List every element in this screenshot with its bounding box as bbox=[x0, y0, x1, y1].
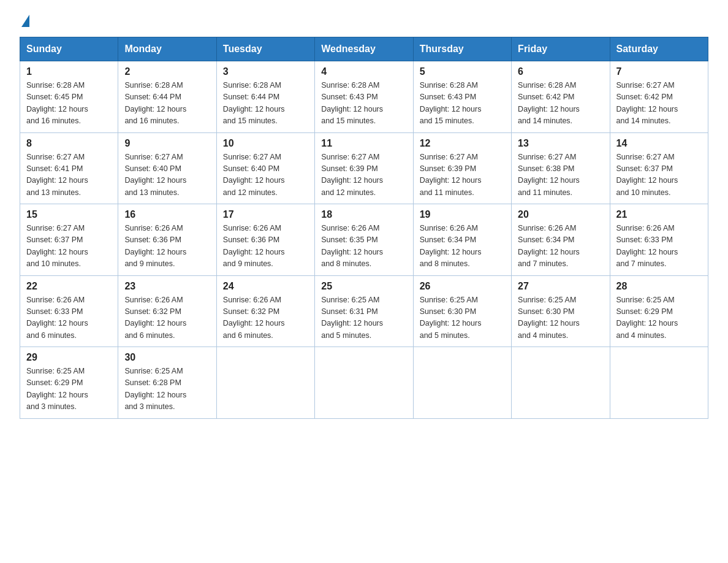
day-info: Sunrise: 6:26 AMSunset: 6:32 PMDaylight:… bbox=[223, 294, 308, 342]
day-number: 19 bbox=[420, 209, 505, 220]
day-info: Sunrise: 6:27 AMSunset: 6:37 PMDaylight:… bbox=[26, 223, 112, 270]
day-info: Sunrise: 6:27 AMSunset: 6:39 PMDaylight:… bbox=[321, 151, 406, 199]
day-cell bbox=[610, 347, 708, 419]
header-saturday: Saturday bbox=[610, 37, 708, 61]
day-cell: 4Sunrise: 6:28 AMSunset: 6:43 PMDaylight… bbox=[315, 61, 413, 133]
header-thursday: Thursday bbox=[413, 37, 511, 61]
day-info: Sunrise: 6:26 AMSunset: 6:35 PMDaylight:… bbox=[321, 223, 406, 270]
header-wednesday: Wednesday bbox=[315, 37, 413, 61]
week-row-2: 8Sunrise: 6:27 AMSunset: 6:41 PMDaylight… bbox=[20, 132, 708, 204]
day-cell: 1Sunrise: 6:28 AMSunset: 6:45 PMDaylight… bbox=[20, 61, 118, 133]
day-number: 20 bbox=[518, 209, 603, 220]
day-info: Sunrise: 6:27 AMSunset: 6:42 PMDaylight:… bbox=[616, 80, 702, 128]
day-info: Sunrise: 6:28 AMSunset: 6:42 PMDaylight:… bbox=[518, 80, 603, 128]
day-info: Sunrise: 6:28 AMSunset: 6:44 PMDaylight:… bbox=[124, 80, 210, 128]
day-cell: 28Sunrise: 6:25 AMSunset: 6:29 PMDayligh… bbox=[610, 275, 708, 347]
day-cell: 20Sunrise: 6:26 AMSunset: 6:34 PMDayligh… bbox=[512, 204, 610, 276]
day-number: 27 bbox=[518, 281, 603, 292]
day-cell bbox=[216, 347, 314, 419]
day-cell: 13Sunrise: 6:27 AMSunset: 6:38 PMDayligh… bbox=[512, 132, 610, 204]
day-number: 15 bbox=[26, 209, 112, 220]
day-cell: 30Sunrise: 6:25 AMSunset: 6:28 PMDayligh… bbox=[118, 347, 216, 419]
day-number: 9 bbox=[124, 138, 210, 149]
day-info: Sunrise: 6:25 AMSunset: 6:29 PMDaylight:… bbox=[26, 366, 112, 413]
day-number: 12 bbox=[420, 138, 505, 149]
day-cell: 3Sunrise: 6:28 AMSunset: 6:44 PMDaylight… bbox=[216, 61, 314, 133]
day-cell: 17Sunrise: 6:26 AMSunset: 6:36 PMDayligh… bbox=[216, 204, 314, 276]
day-info: Sunrise: 6:25 AMSunset: 6:30 PMDaylight:… bbox=[518, 294, 603, 342]
day-number: 25 bbox=[321, 281, 406, 292]
header-tuesday: Tuesday bbox=[216, 37, 314, 61]
day-cell: 29Sunrise: 6:25 AMSunset: 6:29 PMDayligh… bbox=[20, 347, 118, 419]
header-row: SundayMondayTuesdayWednesdayThursdayFrid… bbox=[20, 37, 708, 61]
day-info: Sunrise: 6:28 AMSunset: 6:45 PMDaylight:… bbox=[26, 80, 112, 128]
day-number: 24 bbox=[223, 281, 308, 292]
day-number: 5 bbox=[420, 66, 505, 77]
logo bbox=[20, 15, 29, 25]
day-cell: 26Sunrise: 6:25 AMSunset: 6:30 PMDayligh… bbox=[413, 275, 511, 347]
day-cell: 11Sunrise: 6:27 AMSunset: 6:39 PMDayligh… bbox=[315, 132, 413, 204]
day-info: Sunrise: 6:26 AMSunset: 6:34 PMDaylight:… bbox=[420, 223, 505, 270]
day-info: Sunrise: 6:27 AMSunset: 6:40 PMDaylight:… bbox=[124, 151, 210, 199]
day-cell bbox=[413, 347, 511, 419]
day-cell: 14Sunrise: 6:27 AMSunset: 6:37 PMDayligh… bbox=[610, 132, 708, 204]
day-number: 6 bbox=[518, 66, 603, 77]
logo-triangle-icon bbox=[21, 15, 29, 27]
day-info: Sunrise: 6:28 AMSunset: 6:43 PMDaylight:… bbox=[420, 80, 505, 128]
day-cell bbox=[315, 347, 413, 419]
day-cell: 25Sunrise: 6:25 AMSunset: 6:31 PMDayligh… bbox=[315, 275, 413, 347]
day-number: 22 bbox=[26, 281, 112, 292]
day-number: 3 bbox=[223, 66, 308, 77]
day-number: 16 bbox=[124, 209, 210, 220]
day-cell: 12Sunrise: 6:27 AMSunset: 6:39 PMDayligh… bbox=[413, 132, 511, 204]
day-number: 11 bbox=[321, 138, 406, 149]
day-cell: 24Sunrise: 6:26 AMSunset: 6:32 PMDayligh… bbox=[216, 275, 314, 347]
day-number: 26 bbox=[420, 281, 505, 292]
day-number: 29 bbox=[26, 352, 112, 363]
day-number: 10 bbox=[223, 138, 308, 149]
day-cell: 9Sunrise: 6:27 AMSunset: 6:40 PMDaylight… bbox=[118, 132, 216, 204]
day-cell: 15Sunrise: 6:27 AMSunset: 6:37 PMDayligh… bbox=[20, 204, 118, 276]
day-cell: 27Sunrise: 6:25 AMSunset: 6:30 PMDayligh… bbox=[512, 275, 610, 347]
day-cell: 8Sunrise: 6:27 AMSunset: 6:41 PMDaylight… bbox=[20, 132, 118, 204]
header-friday: Friday bbox=[512, 37, 610, 61]
day-cell: 16Sunrise: 6:26 AMSunset: 6:36 PMDayligh… bbox=[118, 204, 216, 276]
day-info: Sunrise: 6:27 AMSunset: 6:40 PMDaylight:… bbox=[223, 151, 308, 199]
header-sunday: Sunday bbox=[20, 37, 118, 61]
day-cell: 21Sunrise: 6:26 AMSunset: 6:33 PMDayligh… bbox=[610, 204, 708, 276]
week-row-4: 22Sunrise: 6:26 AMSunset: 6:33 PMDayligh… bbox=[20, 275, 708, 347]
day-number: 2 bbox=[124, 66, 210, 77]
day-number: 14 bbox=[616, 138, 702, 149]
day-cell: 18Sunrise: 6:26 AMSunset: 6:35 PMDayligh… bbox=[315, 204, 413, 276]
day-number: 17 bbox=[223, 209, 308, 220]
day-cell: 23Sunrise: 6:26 AMSunset: 6:32 PMDayligh… bbox=[118, 275, 216, 347]
day-number: 8 bbox=[26, 138, 112, 149]
day-number: 30 bbox=[124, 352, 210, 363]
day-number: 7 bbox=[616, 66, 702, 77]
day-info: Sunrise: 6:26 AMSunset: 6:32 PMDaylight:… bbox=[124, 294, 210, 342]
calendar-table: SundayMondayTuesdayWednesdayThursdayFrid… bbox=[20, 37, 708, 419]
day-cell: 5Sunrise: 6:28 AMSunset: 6:43 PMDaylight… bbox=[413, 61, 511, 133]
day-number: 13 bbox=[518, 138, 603, 149]
day-number: 18 bbox=[321, 209, 406, 220]
day-info: Sunrise: 6:25 AMSunset: 6:31 PMDaylight:… bbox=[321, 294, 406, 342]
day-info: Sunrise: 6:27 AMSunset: 6:38 PMDaylight:… bbox=[518, 151, 603, 199]
day-number: 21 bbox=[616, 209, 702, 220]
day-info: Sunrise: 6:26 AMSunset: 6:36 PMDaylight:… bbox=[124, 223, 210, 270]
day-info: Sunrise: 6:25 AMSunset: 6:28 PMDaylight:… bbox=[124, 366, 210, 413]
day-number: 4 bbox=[321, 66, 406, 77]
day-info: Sunrise: 6:26 AMSunset: 6:34 PMDaylight:… bbox=[518, 223, 603, 270]
week-row-3: 15Sunrise: 6:27 AMSunset: 6:37 PMDayligh… bbox=[20, 204, 708, 276]
week-row-5: 29Sunrise: 6:25 AMSunset: 6:29 PMDayligh… bbox=[20, 347, 708, 419]
day-info: Sunrise: 6:26 AMSunset: 6:33 PMDaylight:… bbox=[26, 294, 112, 342]
day-info: Sunrise: 6:25 AMSunset: 6:30 PMDaylight:… bbox=[420, 294, 505, 342]
day-info: Sunrise: 6:27 AMSunset: 6:37 PMDaylight:… bbox=[616, 151, 702, 199]
page-header bbox=[20, 15, 708, 25]
day-info: Sunrise: 6:27 AMSunset: 6:41 PMDaylight:… bbox=[26, 151, 112, 199]
day-cell: 6Sunrise: 6:28 AMSunset: 6:42 PMDaylight… bbox=[512, 61, 610, 133]
week-row-1: 1Sunrise: 6:28 AMSunset: 6:45 PMDaylight… bbox=[20, 61, 708, 133]
day-cell: 2Sunrise: 6:28 AMSunset: 6:44 PMDaylight… bbox=[118, 61, 216, 133]
day-number: 1 bbox=[26, 66, 112, 77]
day-cell: 19Sunrise: 6:26 AMSunset: 6:34 PMDayligh… bbox=[413, 204, 511, 276]
day-number: 23 bbox=[124, 281, 210, 292]
